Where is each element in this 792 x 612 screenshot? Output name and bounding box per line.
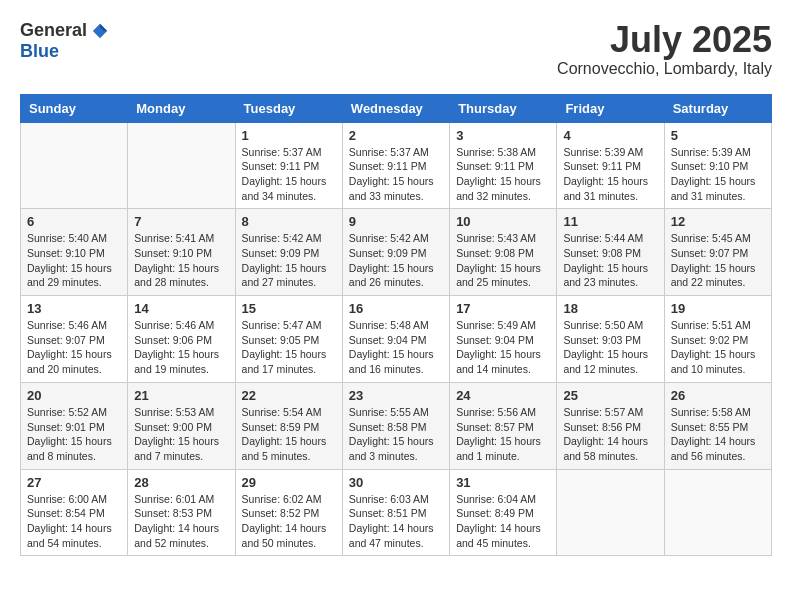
month-title: July 2025 (557, 20, 772, 60)
day-info: Sunrise: 5:37 AM Sunset: 9:11 PM Dayligh… (242, 145, 336, 204)
calendar-cell (557, 469, 664, 556)
calendar-week-row: 6Sunrise: 5:40 AM Sunset: 9:10 PM Daylig… (21, 209, 772, 296)
day-info: Sunrise: 5:47 AM Sunset: 9:05 PM Dayligh… (242, 318, 336, 377)
day-number: 4 (563, 128, 657, 143)
calendar-cell: 23Sunrise: 5:55 AM Sunset: 8:58 PM Dayli… (342, 382, 449, 469)
calendar-cell (21, 122, 128, 209)
calendar-week-row: 13Sunrise: 5:46 AM Sunset: 9:07 PM Dayli… (21, 296, 772, 383)
calendar-cell: 18Sunrise: 5:50 AM Sunset: 9:03 PM Dayli… (557, 296, 664, 383)
day-number: 23 (349, 388, 443, 403)
day-number: 14 (134, 301, 228, 316)
day-info: Sunrise: 6:03 AM Sunset: 8:51 PM Dayligh… (349, 492, 443, 551)
calendar-week-row: 20Sunrise: 5:52 AM Sunset: 9:01 PM Dayli… (21, 382, 772, 469)
day-number: 7 (134, 214, 228, 229)
day-number: 3 (456, 128, 550, 143)
logo-general-text: General (20, 20, 87, 41)
day-number: 16 (349, 301, 443, 316)
weekday-header: Wednesday (342, 94, 449, 122)
day-info: Sunrise: 5:57 AM Sunset: 8:56 PM Dayligh… (563, 405, 657, 464)
calendar-cell: 30Sunrise: 6:03 AM Sunset: 8:51 PM Dayli… (342, 469, 449, 556)
day-info: Sunrise: 6:04 AM Sunset: 8:49 PM Dayligh… (456, 492, 550, 551)
calendar-cell: 2Sunrise: 5:37 AM Sunset: 9:11 PM Daylig… (342, 122, 449, 209)
weekday-header-row: SundayMondayTuesdayWednesdayThursdayFrid… (21, 94, 772, 122)
weekday-header: Sunday (21, 94, 128, 122)
day-info: Sunrise: 5:58 AM Sunset: 8:55 PM Dayligh… (671, 405, 765, 464)
calendar-cell: 17Sunrise: 5:49 AM Sunset: 9:04 PM Dayli… (450, 296, 557, 383)
day-info: Sunrise: 5:44 AM Sunset: 9:08 PM Dayligh… (563, 231, 657, 290)
calendar-cell: 9Sunrise: 5:42 AM Sunset: 9:09 PM Daylig… (342, 209, 449, 296)
day-info: Sunrise: 5:37 AM Sunset: 9:11 PM Dayligh… (349, 145, 443, 204)
weekday-header: Tuesday (235, 94, 342, 122)
day-number: 19 (671, 301, 765, 316)
calendar-cell: 14Sunrise: 5:46 AM Sunset: 9:06 PM Dayli… (128, 296, 235, 383)
day-info: Sunrise: 5:41 AM Sunset: 9:10 PM Dayligh… (134, 231, 228, 290)
calendar-cell (128, 122, 235, 209)
calendar-cell: 29Sunrise: 6:02 AM Sunset: 8:52 PM Dayli… (235, 469, 342, 556)
day-info: Sunrise: 5:46 AM Sunset: 9:07 PM Dayligh… (27, 318, 121, 377)
calendar-table: SundayMondayTuesdayWednesdayThursdayFrid… (20, 94, 772, 557)
calendar-cell: 10Sunrise: 5:43 AM Sunset: 9:08 PM Dayli… (450, 209, 557, 296)
calendar-cell: 7Sunrise: 5:41 AM Sunset: 9:10 PM Daylig… (128, 209, 235, 296)
day-number: 21 (134, 388, 228, 403)
day-number: 24 (456, 388, 550, 403)
calendar-cell: 26Sunrise: 5:58 AM Sunset: 8:55 PM Dayli… (664, 382, 771, 469)
day-number: 15 (242, 301, 336, 316)
calendar-cell: 6Sunrise: 5:40 AM Sunset: 9:10 PM Daylig… (21, 209, 128, 296)
day-number: 31 (456, 475, 550, 490)
calendar-cell: 5Sunrise: 5:39 AM Sunset: 9:10 PM Daylig… (664, 122, 771, 209)
day-info: Sunrise: 5:46 AM Sunset: 9:06 PM Dayligh… (134, 318, 228, 377)
calendar-week-row: 27Sunrise: 6:00 AM Sunset: 8:54 PM Dayli… (21, 469, 772, 556)
day-info: Sunrise: 6:01 AM Sunset: 8:53 PM Dayligh… (134, 492, 228, 551)
calendar-cell: 13Sunrise: 5:46 AM Sunset: 9:07 PM Dayli… (21, 296, 128, 383)
day-info: Sunrise: 5:52 AM Sunset: 9:01 PM Dayligh… (27, 405, 121, 464)
day-number: 17 (456, 301, 550, 316)
calendar-week-row: 1Sunrise: 5:37 AM Sunset: 9:11 PM Daylig… (21, 122, 772, 209)
calendar-cell: 20Sunrise: 5:52 AM Sunset: 9:01 PM Dayli… (21, 382, 128, 469)
day-info: Sunrise: 5:42 AM Sunset: 9:09 PM Dayligh… (349, 231, 443, 290)
calendar-cell: 21Sunrise: 5:53 AM Sunset: 9:00 PM Dayli… (128, 382, 235, 469)
weekday-header: Thursday (450, 94, 557, 122)
calendar-cell: 31Sunrise: 6:04 AM Sunset: 8:49 PM Dayli… (450, 469, 557, 556)
day-number: 26 (671, 388, 765, 403)
calendar-cell: 16Sunrise: 5:48 AM Sunset: 9:04 PM Dayli… (342, 296, 449, 383)
calendar-cell: 1Sunrise: 5:37 AM Sunset: 9:11 PM Daylig… (235, 122, 342, 209)
day-number: 10 (456, 214, 550, 229)
day-number: 30 (349, 475, 443, 490)
page-header: General Blue July 2025 Cornovecchio, Lom… (20, 20, 772, 78)
day-number: 8 (242, 214, 336, 229)
day-number: 11 (563, 214, 657, 229)
day-info: Sunrise: 5:48 AM Sunset: 9:04 PM Dayligh… (349, 318, 443, 377)
day-info: Sunrise: 5:56 AM Sunset: 8:57 PM Dayligh… (456, 405, 550, 464)
calendar-cell: 27Sunrise: 6:00 AM Sunset: 8:54 PM Dayli… (21, 469, 128, 556)
day-number: 28 (134, 475, 228, 490)
calendar-cell: 11Sunrise: 5:44 AM Sunset: 9:08 PM Dayli… (557, 209, 664, 296)
calendar-cell: 19Sunrise: 5:51 AM Sunset: 9:02 PM Dayli… (664, 296, 771, 383)
day-info: Sunrise: 5:40 AM Sunset: 9:10 PM Dayligh… (27, 231, 121, 290)
day-info: Sunrise: 5:39 AM Sunset: 9:10 PM Dayligh… (671, 145, 765, 204)
day-info: Sunrise: 5:55 AM Sunset: 8:58 PM Dayligh… (349, 405, 443, 464)
day-info: Sunrise: 5:43 AM Sunset: 9:08 PM Dayligh… (456, 231, 550, 290)
day-number: 22 (242, 388, 336, 403)
weekday-header: Friday (557, 94, 664, 122)
day-info: Sunrise: 5:42 AM Sunset: 9:09 PM Dayligh… (242, 231, 336, 290)
day-info: Sunrise: 5:49 AM Sunset: 9:04 PM Dayligh… (456, 318, 550, 377)
calendar-cell: 8Sunrise: 5:42 AM Sunset: 9:09 PM Daylig… (235, 209, 342, 296)
day-number: 9 (349, 214, 443, 229)
day-info: Sunrise: 6:02 AM Sunset: 8:52 PM Dayligh… (242, 492, 336, 551)
calendar-cell: 12Sunrise: 5:45 AM Sunset: 9:07 PM Dayli… (664, 209, 771, 296)
day-info: Sunrise: 5:39 AM Sunset: 9:11 PM Dayligh… (563, 145, 657, 204)
day-info: Sunrise: 5:45 AM Sunset: 9:07 PM Dayligh… (671, 231, 765, 290)
weekday-header: Saturday (664, 94, 771, 122)
logo: General Blue (20, 20, 109, 62)
day-number: 2 (349, 128, 443, 143)
day-number: 20 (27, 388, 121, 403)
day-number: 6 (27, 214, 121, 229)
day-number: 13 (27, 301, 121, 316)
calendar-cell: 4Sunrise: 5:39 AM Sunset: 9:11 PM Daylig… (557, 122, 664, 209)
location-text: Cornovecchio, Lombardy, Italy (557, 60, 772, 78)
calendar-cell: 3Sunrise: 5:38 AM Sunset: 9:11 PM Daylig… (450, 122, 557, 209)
day-number: 18 (563, 301, 657, 316)
day-number: 25 (563, 388, 657, 403)
logo-blue-text: Blue (20, 41, 59, 62)
calendar-cell: 22Sunrise: 5:54 AM Sunset: 8:59 PM Dayli… (235, 382, 342, 469)
